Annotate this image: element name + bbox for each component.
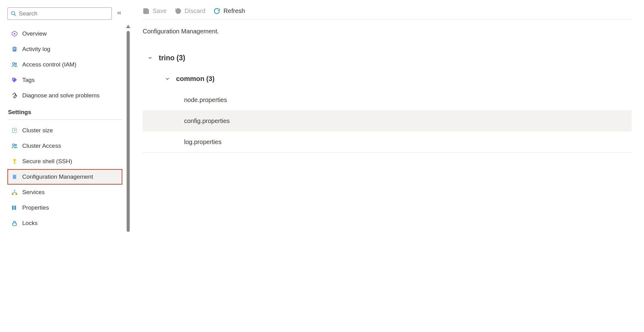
sidebar-item-access-control[interactable]: Access control (IAM) xyxy=(7,57,122,72)
search-row xyxy=(7,7,122,20)
tag-icon xyxy=(11,77,18,83)
tree-group-label: common (3) xyxy=(176,75,215,83)
svg-rect-16 xyxy=(14,163,16,164)
toolbar-label: Discard xyxy=(185,7,206,15)
lock-icon xyxy=(11,220,18,226)
sidebar-collapse-button[interactable] xyxy=(116,10,122,18)
toolbar: Save Discard Refresh xyxy=(143,7,632,20)
divider xyxy=(7,119,122,120)
toolbar-label: Refresh xyxy=(223,7,245,15)
sidebar-item-properties[interactable]: Properties xyxy=(7,200,122,215)
svg-point-8 xyxy=(12,62,15,65)
sidebar-item-label: Configuration Management xyxy=(22,173,93,180)
tree-group-common[interactable]: common (3) xyxy=(143,68,632,89)
sidebar-item-label: Cluster size xyxy=(22,127,53,134)
wrench-icon xyxy=(11,92,18,99)
users-icon xyxy=(11,143,18,149)
svg-point-3 xyxy=(14,33,15,35)
sidebar: Overview Activity log Access control (IA… xyxy=(0,0,126,332)
sidebar-item-label: Properties xyxy=(22,204,49,211)
svg-rect-26 xyxy=(14,206,15,210)
sidebar-item-label: Locks xyxy=(22,220,38,227)
svg-rect-17 xyxy=(13,175,16,179)
sidebar-item-label: Secure shell (SSH) xyxy=(22,158,72,165)
tree-item-config-properties[interactable]: config.properties xyxy=(143,110,632,131)
undo-icon xyxy=(175,8,182,15)
tree-group-trino[interactable]: trino (3) xyxy=(143,47,632,68)
tree-item-node-properties[interactable]: node.properties xyxy=(143,89,632,110)
svg-point-14 xyxy=(13,159,16,161)
scrollbar-thumb[interactable] xyxy=(127,31,130,232)
sidebar-item-secure-shell[interactable]: Secure shell (SSH) xyxy=(7,154,122,169)
svg-rect-25 xyxy=(12,206,13,210)
sidebar-item-label: Overview xyxy=(22,30,47,37)
services-icon xyxy=(11,189,18,195)
sidebar-item-overview[interactable]: Overview xyxy=(7,26,122,41)
refresh-button[interactable]: Refresh xyxy=(213,7,245,15)
config-tree: trino (3) common (3) node.properties con… xyxy=(143,47,632,153)
svg-rect-5 xyxy=(13,48,16,49)
svg-point-10 xyxy=(13,79,14,79)
save-button[interactable]: Save xyxy=(143,7,167,15)
divider xyxy=(143,152,632,153)
sidebar-item-label: Access control (IAM) xyxy=(22,61,76,68)
nav-list: Overview Activity log Access control (IA… xyxy=(7,26,122,103)
sidebar-item-cluster-size[interactable]: Cluster size xyxy=(7,123,122,138)
chevron-double-left-icon xyxy=(116,10,122,16)
refresh-icon xyxy=(213,8,220,15)
search-input[interactable] xyxy=(19,10,108,17)
search-icon xyxy=(11,11,16,16)
sidebar-item-locks[interactable]: Locks xyxy=(7,215,122,231)
sidebar-item-configuration-management[interactable]: Configuration Management xyxy=(7,169,122,185)
svg-rect-28 xyxy=(13,223,16,225)
config-doc-icon xyxy=(11,174,18,180)
activity-log-icon xyxy=(11,46,18,52)
svg-rect-7 xyxy=(13,50,15,50)
svg-rect-6 xyxy=(13,49,16,49)
svg-point-0 xyxy=(11,11,15,15)
sidebar-item-activity-log[interactable]: Activity log xyxy=(7,41,122,57)
svg-rect-18 xyxy=(14,190,15,191)
tree-item-label: log.properties xyxy=(184,138,221,146)
search-box[interactable] xyxy=(7,7,112,20)
svg-point-12 xyxy=(12,144,15,146)
svg-rect-19 xyxy=(12,193,14,195)
tree-item-log-properties[interactable]: log.properties xyxy=(143,131,632,152)
properties-icon xyxy=(11,205,18,211)
page-description: Configuration Management. xyxy=(143,28,632,35)
discard-button[interactable]: Discard xyxy=(175,7,206,15)
sidebar-item-label: Activity log xyxy=(22,46,50,53)
chevron-down-icon xyxy=(164,76,170,82)
toolbar-label: Save xyxy=(153,7,167,15)
save-icon xyxy=(143,8,149,15)
key-icon xyxy=(11,158,18,164)
sidebar-item-tags[interactable]: Tags xyxy=(7,72,122,88)
svg-rect-27 xyxy=(15,206,16,210)
tree-item-label: config.properties xyxy=(184,117,230,125)
sidebar-item-services[interactable]: Services xyxy=(7,185,122,200)
tree-item-label: node.properties xyxy=(184,96,227,104)
overview-icon xyxy=(11,31,18,37)
sidebar-scrollbar[interactable] xyxy=(126,0,130,332)
users-icon xyxy=(11,62,18,68)
sidebar-item-cluster-access[interactable]: Cluster Access xyxy=(7,138,122,154)
sidebar-item-label: Tags xyxy=(22,77,35,83)
main-content: Save Discard Refresh Configuration Manag… xyxy=(130,0,644,332)
tree-group-label: trino (3) xyxy=(159,54,185,62)
svg-point-9 xyxy=(15,63,17,65)
expand-icon xyxy=(11,128,18,133)
settings-section-header: Settings xyxy=(7,109,122,117)
svg-line-1 xyxy=(15,15,16,16)
sidebar-item-diagnose[interactable]: Diagnose and solve problems xyxy=(7,88,122,103)
chevron-down-icon xyxy=(147,55,153,61)
sidebar-item-label: Diagnose and solve problems xyxy=(22,92,99,99)
svg-point-13 xyxy=(15,144,17,146)
sidebar-item-label: Cluster Access xyxy=(22,143,61,149)
svg-rect-20 xyxy=(15,193,17,195)
sidebar-item-label: Services xyxy=(22,189,45,196)
settings-list: Cluster size Cluster Access Secure shell… xyxy=(7,123,122,231)
scroll-up-arrow-icon xyxy=(126,25,130,28)
